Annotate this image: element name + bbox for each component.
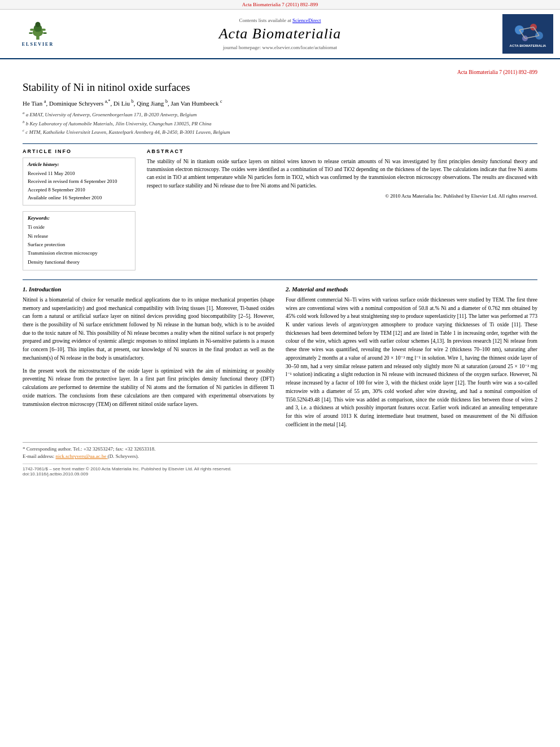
- intro-number: 1.: [23, 286, 27, 292]
- elsevier-logo-area: ELSEVIER: [7, 19, 69, 50]
- paper-footer: * Corresponding author. Tel.: +32 326532…: [23, 442, 537, 477]
- affiliation-a: a a EMAT, University of Antwerp, Groenen…: [23, 110, 537, 119]
- footer-bottom: 1742-7061/$ – see front matter © 2010 Ac…: [23, 464, 537, 477]
- abstract-column: ABSTRACT The stability of Ni in titanium…: [147, 148, 537, 270]
- corresponding-author-footnote: * Corresponding author. Tel.: +32 326532…: [23, 446, 537, 452]
- homepage-text: journal homepage: www.elsevier.com/locat…: [223, 45, 337, 50]
- citation-bar: Acta Biomaterialia 7 (2011) 892–899: [23, 69, 537, 75]
- affiliation-b: b b Key Laboratory of Automobile Materia…: [23, 119, 537, 128]
- intro-paragraph-1: Nitinol is a biomaterial of choice for v…: [23, 296, 274, 362]
- abstract-text: The stability of Ni in titanium oxide su…: [147, 158, 537, 190]
- keywords-box: Keywords: Ti oxide Ni release Surface pr…: [23, 211, 135, 270]
- methods-number: 2.: [286, 286, 290, 292]
- keyword-tem: Transmission electron microscopy: [28, 249, 130, 257]
- left-column: ARTICLE INFO Article history: Received 1…: [23, 148, 135, 270]
- acta-logo-area: ACTA BIOMATERIALIA: [491, 14, 553, 54]
- methods-paragraph-1: Four different commercial Ni–Ti wires wi…: [286, 296, 537, 429]
- email-address: nick.schryvers@ua.ac.be: [55, 453, 106, 459]
- body-separator: [23, 279, 537, 280]
- revised-date: Received in revised form 4 September 201…: [28, 177, 130, 185]
- affiliation-c: c c MTM, Katholieke Universiteit Leuven,…: [23, 128, 537, 137]
- keywords-title: Keywords:: [28, 215, 130, 221]
- svg-text:ACTA BIOMATERIALIA: ACTA BIOMATERIALIA: [510, 44, 547, 47]
- journal-citation-bar: Acta Biomaterialia 7 (2011) 892–899: [0, 0, 560, 10]
- corresponding-label: * Corresponding author. Tel.: +32 326532…: [23, 446, 156, 452]
- paper-title: Stability of Ni in nitinol oxide surface…: [23, 81, 537, 95]
- email-note: (D. Schryvers).: [108, 453, 139, 459]
- email-label: E-mail address:: [23, 453, 54, 459]
- received-date: Received 11 May 2010: [28, 169, 130, 177]
- svg-rect-4: [30, 29, 34, 31]
- elsevier-tree-icon: [24, 21, 52, 41]
- methods-section-title: 2. Material and methods: [286, 286, 537, 292]
- citation-text: Acta Biomaterialia 7 (2011) 892–899: [457, 69, 537, 75]
- article-info-abstract-section: ARTICLE INFO Article history: Received 1…: [23, 143, 537, 270]
- intro-title-text: Introduction: [29, 286, 61, 292]
- contents-available-text: Contents lists available at: [239, 18, 292, 23]
- methods-column: 2. Material and methods Four different c…: [286, 286, 537, 434]
- journal-homepage: journal homepage: www.elsevier.com/locat…: [69, 45, 491, 50]
- keyword-ni-release: Ni release: [28, 232, 130, 241]
- available-date: Available online 16 September 2010: [28, 194, 130, 202]
- article-info-heading: ARTICLE INFO: [23, 148, 135, 154]
- acta-logo-graphic: ACTA BIOMATERIALIA: [505, 19, 550, 50]
- svg-rect-7: [43, 32, 46, 34]
- authors-text: He Tian a, Dominique Schryvers a,*, Di L…: [23, 100, 222, 107]
- intro-section-title: 1. Introduction: [23, 286, 274, 292]
- body-two-col: 1. Introduction Nitinol is a biomaterial…: [23, 286, 537, 434]
- doi-line: doi:10.1016/j.actbio.2010.09.009: [23, 471, 537, 477]
- intro-paragraph-2: In the present work the microstructure o…: [23, 367, 274, 409]
- keyword-ti-oxide: Ti oxide: [28, 223, 130, 231]
- journal-citation-text: Acta Biomaterialia 7 (2011) 892–899: [242, 2, 318, 7]
- paper-content: Acta Biomaterialia 7 (2011) 892–899 Stab…: [0, 59, 560, 487]
- abstract-copyright: © 2010 Acta Materialia Inc. Published by…: [147, 193, 537, 199]
- keyword-surface-protection: Surface protection: [28, 241, 130, 249]
- elsevier-logo: ELSEVIER: [12, 19, 63, 50]
- svg-rect-6: [29, 32, 32, 34]
- email-footnote: E-mail address: nick.schryvers@ua.ac.be …: [23, 453, 537, 459]
- history-title: Article history:: [28, 161, 130, 167]
- methods-title-text: Material and methods: [292, 286, 348, 292]
- journal-header-center: Contents lists available at ScienceDirec…: [69, 18, 491, 50]
- email-link[interactable]: nick.schryvers@ua.ac.be: [55, 453, 107, 459]
- elsevier-label: ELSEVIER: [22, 42, 54, 47]
- journal-title: Acta Biomaterialia: [69, 25, 491, 42]
- abstract-heading: ABSTRACT: [147, 148, 537, 154]
- journal-header: ELSEVIER Contents lists available at Sci…: [0, 10, 560, 59]
- article-history-box: Article history: Received 11 May 2010 Re…: [23, 158, 135, 206]
- affiliations: a a EMAT, University of Antwerp, Groenen…: [23, 110, 537, 137]
- sciencedirect-line: Contents lists available at ScienceDirec…: [69, 18, 491, 23]
- sciencedirect-link[interactable]: ScienceDirect: [292, 18, 321, 23]
- keyword-dft: Density functional theory: [28, 258, 130, 267]
- accepted-date: Accepted 8 September 2010: [28, 186, 130, 194]
- introduction-column: 1. Introduction Nitinol is a biomaterial…: [23, 286, 274, 434]
- issn-line: 1742-7061/$ – see front matter © 2010 Ac…: [23, 466, 537, 471]
- acta-biomaterialia-logo: ACTA BIOMATERIALIA: [502, 14, 553, 54]
- svg-point-3: [35, 22, 40, 27]
- authors-line: He Tian a, Dominique Schryvers a,*, Di L…: [23, 99, 537, 107]
- sciencedirect-link-text: ScienceDirect: [292, 18, 321, 23]
- svg-rect-5: [41, 29, 45, 31]
